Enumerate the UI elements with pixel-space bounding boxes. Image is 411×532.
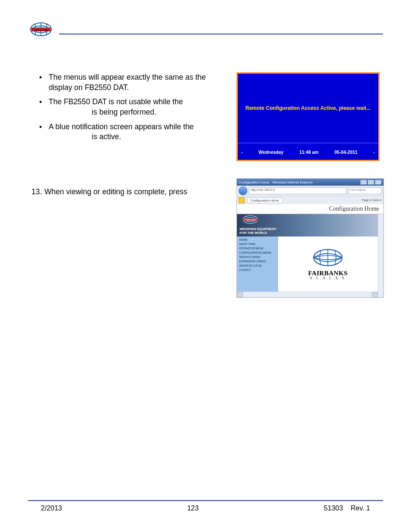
bullet-1: The menus will appear exactly the same a… [39,72,228,93]
footer-rev: Rev. 1 [351,504,370,512]
footer-right: 51303 Rev. 1 [324,504,370,512]
horizontal-scrollbar[interactable] [237,292,378,297]
center-logo: FAIRBANKS S C A L E S [308,248,348,280]
bullet-2-line2: is being performed. [49,107,228,118]
header-divider [59,34,383,34]
menu-audit-trail[interactable]: AUDIT TRAIL [239,243,275,246]
tagline-line2: FOR THE WORLD. [240,231,268,235]
close-button[interactable] [375,180,382,185]
blue-notification-screen: Remote Configuration Access Active, plea… [237,72,380,161]
blue-message: Remote Configuration Access Active, plea… [246,105,371,111]
status-dash-right: - [373,149,375,155]
menu-operator[interactable]: OPERATOR MENU [239,247,275,250]
bullet-2-line1: The FB2550 DAT is not usable while the [49,97,183,106]
vertical-scrollbar[interactable] [378,214,383,297]
ie-tools[interactable]: Page ▾ Tools ▾ [362,199,382,202]
ie-window: Configuration Home - Windows Internet Ex… [237,178,384,298]
status-time: 11:48 am [299,149,319,155]
ie-address-bar: http://192.168.0.1/ Live Search [237,186,383,196]
content-row-1: The menus will appear exactly the same a… [28,72,383,161]
svg-text:SCALES: SCALES [34,37,48,40]
page-heading: Configuration Home [237,204,383,214]
step-13-text: When viewing or editing is complete, pre… [44,187,187,196]
blue-status-bar: - Wednesday 11:48 am 05-04-2011 - [238,143,378,161]
tagline-line1: WEIGHING EQUIPMENT [240,227,276,231]
footer-doc: 51303 [324,504,343,512]
status-dash-left: - [241,149,243,155]
step-13: 13.When viewing or editing is complete, … [31,187,228,197]
footer-date: 2/2013 [41,504,62,512]
page-header: FAIRBANKS SCALES [28,22,383,42]
banner-logo-icon: FAIRBANKS [240,215,261,226]
ie-title-text: Configuration Home - Windows Internet Ex… [239,180,313,184]
content-row-2: 13.When viewing or editing is complete, … [28,178,383,298]
scroll-left-icon[interactable] [237,292,243,297]
maximize-button[interactable] [367,180,374,185]
back-button[interactable] [239,187,247,195]
footer-page-number: 123 [187,504,199,512]
bullet-3-line1: A blue notification screen appears while… [49,122,194,131]
menu-home[interactable]: HOME [239,238,275,241]
blue-main-area: Remote Configuration Access Active, plea… [238,74,378,143]
banner-tagline: WEIGHING EQUIPMENT FOR THE WORLD. [240,227,276,235]
brand-name-text: FAIRBANKS [32,28,50,32]
bullet-3-line2: is active. [49,132,228,142]
status-day: Wednesday [258,149,283,155]
globe-icon: FAIRBANKS SCALES [28,22,54,40]
svg-text:FAIRBANKS: FAIRBANKS [245,219,256,221]
bluescreen-column: Remote Configuration Access Active, plea… [237,72,383,161]
scroll-right-icon[interactable] [372,292,378,297]
ie-title-bar: Configuration Home - Windows Internet Ex… [237,179,383,186]
menu-expansion-cards[interactable]: EXPANSION CARDS [239,260,275,263]
minimize-button[interactable] [360,180,367,185]
menu-configuration[interactable]: CONFIGURATION MENU [239,251,275,254]
ie-page-body: HOME AUDIT TRAIL OPERATOR MENU CONFIGURA… [237,236,378,292]
menu-show-as-local[interactable]: SHOW AS LOCAL [239,264,275,267]
ie-screenshot-column: Configuration Home - Windows Internet Ex… [237,178,383,298]
sidebar-menu: HOME AUDIT TRAIL OPERATOR MENU CONFIGURA… [237,236,278,292]
bullet-3: A blue notification screen appears while… [39,122,228,142]
menu-service[interactable]: SERVICE MENU [239,255,275,258]
menu-logout[interactable]: LOGOUT [239,268,275,271]
ie-main-area: FAIRBANKS S C A L E S [278,236,378,292]
page-banner: FAIRBANKS WEIGHING EQUIPMENT FOR THE WOR… [237,214,378,236]
bullet-list-column: The menus will appear exactly the same a… [28,72,237,152]
ie-tab-row: Configuration Home Page ▾ Tools ▾ [237,196,383,204]
center-globe-icon [311,248,345,267]
status-date: 05-04-2011 [334,149,358,155]
center-brand-sub: S C A L E S [308,276,348,280]
search-field[interactable]: Live Search [348,187,382,194]
footer-divider [28,500,383,501]
brand-logo: FAIRBANKS SCALES [28,22,54,42]
bullet-2: The FB2550 DAT is not usable while the i… [39,97,228,117]
step-13-column: 13.When viewing or editing is complete, … [28,178,237,197]
favorites-icon[interactable] [239,197,245,203]
page-footer: 2/2013 123 51303 Rev. 1 [28,500,383,512]
window-controls [360,180,382,185]
step-13-number: 13. [31,187,44,197]
url-field[interactable]: http://192.168.0.1/ [249,187,346,194]
browser-tab[interactable]: Configuration Home [247,198,282,203]
